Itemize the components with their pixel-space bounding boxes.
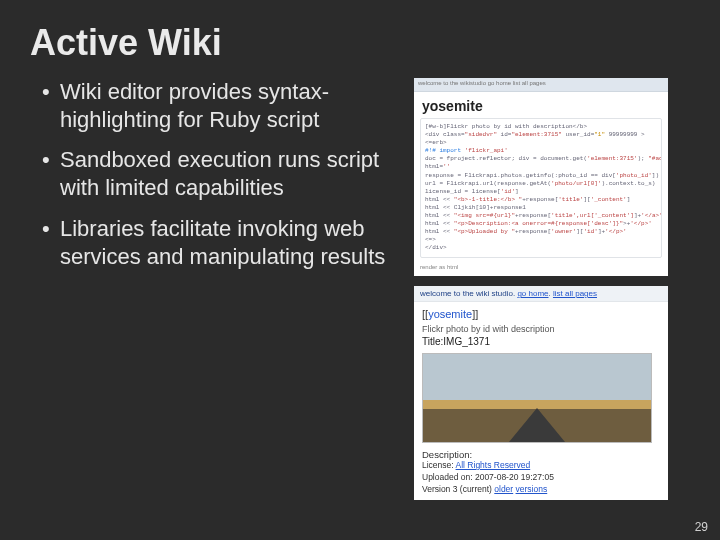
screenshot-column: welcome to the wikistudio go home list a…	[414, 78, 696, 500]
editor-tabbar: welcome to the wikistudio go home list a…	[414, 78, 668, 92]
wiki-photo-title: Title:IMG_1371	[422, 336, 668, 347]
bullet-list: Wiki editor provides syntax-highlighting…	[24, 78, 404, 283]
editor-search-term: yosemite	[422, 98, 668, 114]
screenshot-rendered-wiki: welcome to the wiki studio. go home. lis…	[414, 286, 668, 500]
slide-content: Wiki editor provides syntax-highlighting…	[24, 78, 696, 500]
code-editor: [#w-b]Flickr photo by id with descriptio…	[420, 118, 662, 258]
wiki-license: License: All Rights Reserved	[422, 460, 668, 470]
wiki-subhead: Flickr photo by id with description	[422, 324, 668, 334]
editor-footer: render as html	[420, 264, 662, 270]
slide-title: Active Wiki	[30, 22, 696, 64]
bullet-item: Wiki editor provides syntax-highlighting…	[42, 78, 404, 134]
wiki-description-label: Description:	[422, 449, 668, 460]
bullet-item: Libraries facilitate invoking web servic…	[42, 215, 404, 271]
bullet-item: Sandboxed execution runs script with lim…	[42, 146, 404, 202]
slide: Active Wiki Wiki editor provides syntax-…	[24, 16, 696, 524]
wiki-breadcrumb: welcome to the wiki studio. go home. lis…	[414, 286, 668, 302]
page-number: 29	[695, 520, 708, 534]
wiki-version: Version 3 (current) older versions	[422, 484, 668, 494]
wiki-tag: [[yosemite]]	[422, 308, 668, 320]
wiki-photo	[422, 353, 652, 443]
screenshot-editor: welcome to the wikistudio go home list a…	[414, 78, 668, 276]
road-icon	[509, 408, 565, 442]
wiki-uploaded: Uploaded on: 2007-08-20 19:27:05	[422, 472, 668, 482]
